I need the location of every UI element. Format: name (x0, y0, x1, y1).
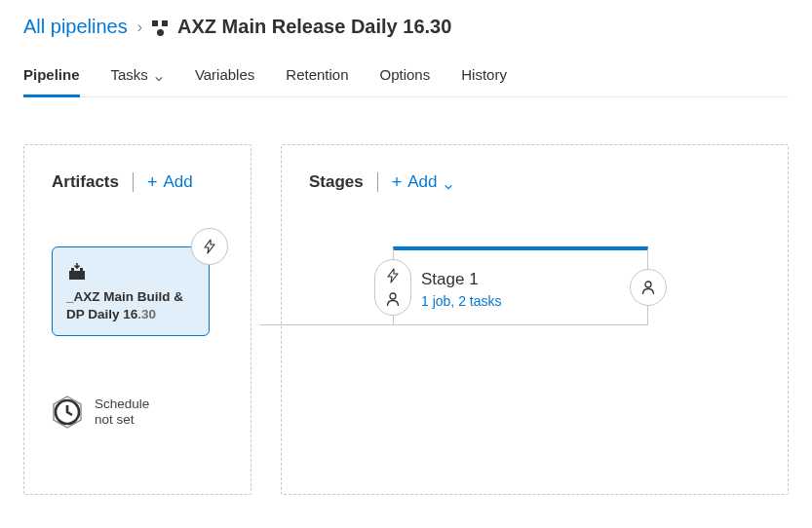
schedule-hex-icon (52, 395, 83, 430)
artifact-name: _AXZ Main Build & DP Daily 16.30 (66, 288, 195, 323)
divider (377, 172, 378, 192)
artifact-card[interactable]: _AXZ Main Build & DP Daily 16.30 (52, 246, 210, 336)
schedule-line1: Schedule (95, 396, 149, 413)
all-pipelines-link[interactable]: All pipelines (23, 16, 128, 38)
schedule-line2: not set (95, 412, 149, 429)
tab-pipeline[interactable]: Pipeline (23, 62, 80, 97)
release-pipeline-icon (152, 20, 170, 34)
artifact-trigger-button[interactable] (191, 228, 228, 265)
lightning-icon (385, 268, 401, 283)
tab-tasks-label: Tasks (111, 66, 148, 83)
chevron-right-icon: › (137, 19, 142, 36)
tab-history[interactable]: History (461, 62, 507, 97)
pipeline-title-text: AXZ Main Release Daily 16.30 (177, 16, 451, 38)
svg-rect-2 (80, 268, 83, 271)
clock-icon (52, 395, 83, 430)
chevron-down-icon (154, 70, 164, 80)
svg-point-5 (390, 293, 396, 299)
tab-variables[interactable]: Variables (195, 62, 254, 97)
plus-icon: + (392, 173, 403, 191)
svg-point-6 (645, 282, 651, 287)
stage-card[interactable]: Stage 1 1 job, 2 tasks (393, 246, 648, 325)
add-stage-label: Add (407, 172, 437, 192)
tab-tasks[interactable]: Tasks (111, 62, 164, 97)
breadcrumb: All pipelines › AXZ Main Release Daily 1… (23, 16, 789, 38)
pipeline-canvas: Artifacts + Add _AXZ Main Build & DP Dai… (23, 144, 789, 495)
plus-icon: + (147, 173, 158, 191)
artifact-schedule[interactable]: Schedule not set (52, 395, 223, 430)
add-artifact-label: Add (163, 172, 192, 192)
stage-name: Stage 1 (421, 270, 620, 289)
person-icon (385, 291, 401, 307)
add-stage-button[interactable]: + Add (392, 172, 453, 192)
chevron-down-icon (444, 177, 453, 187)
tab-retention[interactable]: Retention (286, 62, 348, 97)
add-artifact-button[interactable]: + Add (147, 172, 193, 192)
svg-rect-0 (69, 271, 85, 280)
artifacts-heading: Artifacts (52, 172, 119, 192)
stages-panel: Stages + Add Stage 1 1 job, 2 tasks (281, 144, 789, 495)
stage-predeploy-conditions[interactable] (374, 259, 411, 316)
stage-job-summary-link[interactable]: 1 job, 2 tasks (421, 293, 620, 309)
stages-heading: Stages (309, 172, 364, 192)
person-icon (640, 280, 656, 295)
pipeline-title[interactable]: AXZ Main Release Daily 16.30 (152, 16, 451, 38)
tabs: Pipeline Tasks Variables Retention Optio… (23, 61, 789, 97)
divider (133, 172, 134, 192)
artifacts-panel: Artifacts + Add _AXZ Main Build & DP Dai… (23, 144, 251, 495)
build-artifact-icon (66, 261, 88, 283)
svg-rect-1 (71, 268, 74, 271)
lightning-icon (202, 239, 217, 254)
stage-postdeploy-conditions[interactable] (630, 269, 667, 306)
tab-options[interactable]: Options (380, 62, 431, 97)
